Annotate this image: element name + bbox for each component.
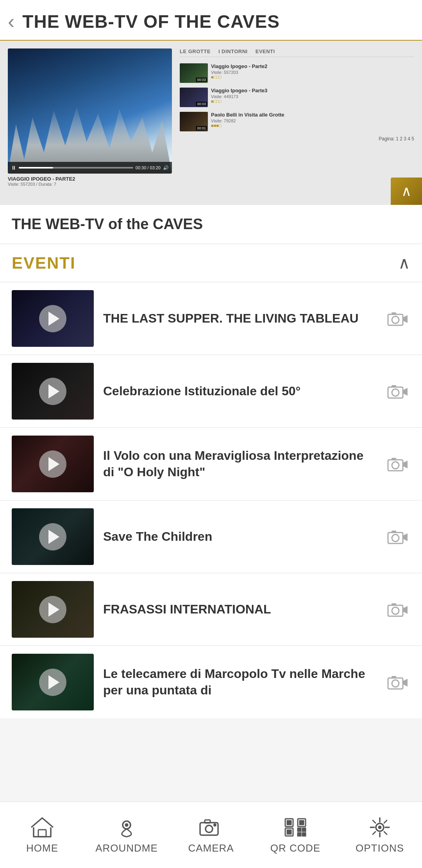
svg-point-28 [206, 825, 213, 832]
svg-rect-29 [205, 820, 210, 823]
pagination[interactable]: Pagina: 1 2 3 4 5 [180, 136, 414, 142]
svg-line-50 [373, 832, 376, 834]
play-button-5[interactable] [39, 596, 66, 623]
camera-svg-1 [386, 310, 408, 327]
playlist-stars-2: ■□□□ [211, 99, 414, 104]
video-list: THE LAST SUPPER. THE LIVING TABLEAU Cele… [0, 282, 422, 718]
video-title-6: Le telecamere di Marcopolo Tv nelle Marc… [103, 666, 374, 698]
video-thumb-5[interactable] [12, 581, 94, 638]
pause-icon[interactable]: ⏸ [11, 165, 16, 171]
back-button[interactable]: ‹ [8, 11, 14, 32]
video-label-text: VIAGGIO IPOGEO - PARTE2 [8, 176, 172, 182]
svg-rect-19 [392, 603, 396, 606]
playlist-item-2[interactable]: 00:03 Viaggio Ipogeo - Parte3 Visite: 44… [180, 86, 414, 109]
svg-rect-3 [392, 312, 396, 315]
play-button-6[interactable] [39, 669, 66, 696]
svg-rect-40 [302, 833, 306, 836]
video-info-2: Celebrazione Istituzionale del 50° [103, 383, 374, 400]
svg-rect-38 [302, 828, 306, 831]
progress-bar[interactable] [19, 167, 133, 169]
playlist-item-1[interactable]: 00:03 Viaggio Ipogeo - Parte2 Visite: 55… [180, 62, 414, 84]
nav-label-aroundme: AROUNDME [95, 842, 158, 854]
playlist-views-2: Visite: 449173 [211, 94, 414, 99]
video-thumb-2[interactable] [12, 363, 94, 420]
video-info-6: Le telecamere di Marcopolo Tv nelle Marc… [103, 666, 374, 698]
camera-svg-3 [386, 455, 408, 473]
svg-line-47 [373, 820, 376, 823]
svg-point-5 [392, 389, 399, 396]
svg-line-48 [384, 832, 387, 834]
video-title-1: THE LAST SUPPER. THE LIVING TABLEAU [103, 310, 374, 327]
home-icon [28, 816, 56, 839]
play-triangle-icon [48, 530, 59, 544]
nav-item-options[interactable]: OPTIONS [338, 816, 422, 854]
play-button-3[interactable] [39, 450, 66, 478]
svg-rect-36 [287, 830, 291, 834]
video-thumb-4[interactable] [12, 508, 94, 565]
playlist-tabs: LE GROTTE I DINTORNI EVENTI [180, 48, 414, 57]
svg-rect-24 [38, 830, 46, 837]
playlist-title-3: Paolo Belli in Visita alle Grotte [211, 112, 414, 118]
tab-eventi[interactable]: EVENTI [256, 48, 275, 54]
play-button-1[interactable] [39, 305, 66, 332]
camera-icon-1[interactable] [383, 307, 410, 330]
list-item[interactable]: Celebrazione Istituzionale del 50° [0, 355, 422, 428]
svg-marker-2 [403, 315, 408, 323]
tab-dintorni[interactable]: I DINTORNI [218, 48, 248, 54]
section-title-bar: THE WEB-TV of the CAVES [0, 205, 422, 244]
playlist-stars-1: ■□□□ [211, 75, 414, 79]
playlist-views-1: Visite: 557203 [211, 70, 414, 75]
svg-rect-15 [392, 531, 396, 533]
eventi-section-header[interactable]: EVENTI ∧ [0, 244, 422, 282]
playlist-title-2: Viaggio Ipogeo - Parte3 [211, 88, 414, 93]
svg-marker-14 [403, 533, 408, 541]
svg-point-30 [214, 824, 216, 826]
play-button-2[interactable] [39, 378, 66, 405]
aroundme-svg [114, 816, 139, 838]
camera-nav-icon [197, 816, 225, 839]
video-thumb-6[interactable] [12, 654, 94, 710]
svg-marker-22 [403, 679, 408, 687]
volume-icon[interactable]: 🔊 [163, 165, 169, 170]
nav-item-home[interactable]: HOME [0, 816, 84, 854]
list-item[interactable]: Il Volo con una Meravigliosa Interpretaz… [0, 428, 422, 500]
playlist-item-3[interactable]: 00:01 Paolo Belli in Visita alle Grotte … [180, 110, 414, 133]
camera-icon-3[interactable] [383, 452, 410, 476]
svg-marker-18 [403, 606, 408, 614]
svg-rect-32 [287, 821, 291, 825]
svg-point-13 [392, 534, 399, 542]
nav-label-qrcode: QR CODE [270, 842, 320, 854]
qrcode-icon [281, 816, 309, 839]
svg-point-26 [125, 824, 128, 826]
svg-point-42 [379, 826, 381, 829]
list-item[interactable]: FRASASSI INTERNATIONAL [0, 573, 422, 646]
video-time: 00:30 / 03:20 [136, 165, 161, 170]
svg-rect-7 [392, 385, 396, 387]
play-triangle-icon [48, 603, 59, 617]
video-thumb-3[interactable] [12, 436, 94, 492]
page-title: THE WEB-TV OF THE CAVES [22, 11, 280, 32]
camera-svg-5 [386, 601, 408, 618]
camera-icon-6[interactable] [383, 671, 410, 694]
nav-item-camera[interactable]: CAMERA [169, 816, 253, 854]
list-item[interactable]: Save The Children [0, 500, 422, 573]
scroll-up-button[interactable]: ∧ [391, 178, 422, 205]
camera-icon-4[interactable] [383, 525, 410, 549]
list-item[interactable]: Le telecamere di Marcopolo Tv nelle Marc… [0, 646, 422, 718]
camera-icon-2[interactable] [383, 380, 410, 403]
qrcode-svg [283, 816, 308, 838]
tab-le-grotte[interactable]: LE GROTTE [180, 48, 211, 54]
video-info-1: THE LAST SUPPER. THE LIVING TABLEAU [103, 310, 374, 327]
camera-icon-5[interactable] [383, 598, 410, 621]
playlist-views-3: Visite: 79282 [211, 118, 414, 123]
video-thumb-1[interactable] [12, 290, 94, 347]
play-button-4[interactable] [39, 523, 66, 551]
video-player[interactable]: ⏸ 00:30 / 03:20 🔊 [8, 48, 172, 174]
list-item[interactable]: THE LAST SUPPER. THE LIVING TABLEAU [0, 282, 422, 355]
play-triangle-icon [48, 457, 59, 471]
nav-item-qrcode[interactable]: QR CODE [253, 816, 338, 854]
play-triangle-icon [48, 384, 59, 398]
header: ‹ THE WEB-TV OF THE CAVES [0, 0, 422, 41]
playlist-thumb-3: 00:01 [180, 112, 208, 131]
nav-item-aroundme[interactable]: AROUNDME [84, 816, 169, 854]
